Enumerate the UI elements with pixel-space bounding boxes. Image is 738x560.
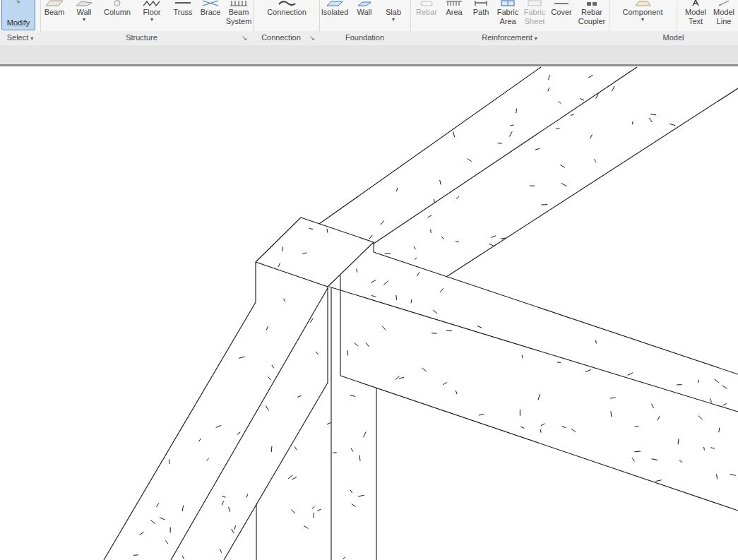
structural-frame-drawing bbox=[0, 0, 738, 560]
